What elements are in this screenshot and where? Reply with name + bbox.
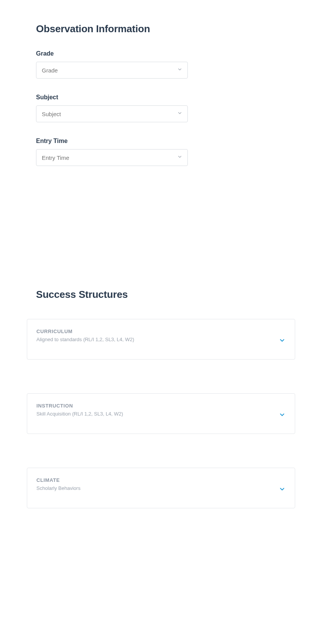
subject-select[interactable]: [36, 105, 188, 122]
card-category: CLIMATE: [36, 477, 279, 483]
chevron-down-icon: [279, 337, 286, 345]
grade-select-wrap: [36, 62, 188, 79]
entry-time-select[interactable]: [36, 149, 188, 166]
card-text-block: CURRICULUM Aligned to standards (RL/I 1,…: [36, 329, 279, 342]
card-text-block: INSTRUCTION Skill Acquisition (RL/I 1,2,…: [36, 403, 279, 417]
subject-select-wrap: [36, 105, 188, 122]
field-grade: Grade: [36, 50, 295, 79]
entry-time-label: Entry Time: [36, 138, 295, 145]
observation-section: Observation Information Grade Subject En…: [0, 23, 322, 166]
subject-label: Subject: [36, 94, 295, 101]
field-entry-time: Entry Time: [36, 138, 295, 166]
card-instruction[interactable]: INSTRUCTION Skill Acquisition (RL/I 1,2,…: [27, 393, 295, 434]
grade-select[interactable]: [36, 62, 188, 79]
observation-title: Observation Information: [36, 23, 295, 35]
grade-label: Grade: [36, 50, 295, 57]
structures-title: Success Structures: [36, 289, 295, 301]
card-curriculum[interactable]: CURRICULUM Aligned to standards (RL/I 1,…: [27, 319, 295, 360]
card-text-block: CLIMATE Scholarly Behaviors: [36, 477, 279, 491]
section-gap: [0, 181, 322, 289]
field-subject: Subject: [36, 94, 295, 122]
entry-time-select-wrap: [36, 149, 188, 166]
card-climate[interactable]: CLIMATE Scholarly Behaviors: [27, 468, 295, 508]
card-subtitle: Scholarly Behaviors: [36, 485, 279, 491]
card-subtitle: Aligned to standards (RL/I 1,2, SL3, L4,…: [36, 337, 279, 342]
card-category: CURRICULUM: [36, 329, 279, 334]
chevron-down-icon: [279, 486, 286, 494]
card-category: INSTRUCTION: [36, 403, 279, 409]
structures-section: Success Structures CURRICULUM Aligned to…: [0, 289, 322, 508]
chevron-down-icon: [279, 411, 286, 420]
card-subtitle: Skill Acquisition (RL/I 1,2, SL3, L4, W2…: [36, 411, 279, 417]
